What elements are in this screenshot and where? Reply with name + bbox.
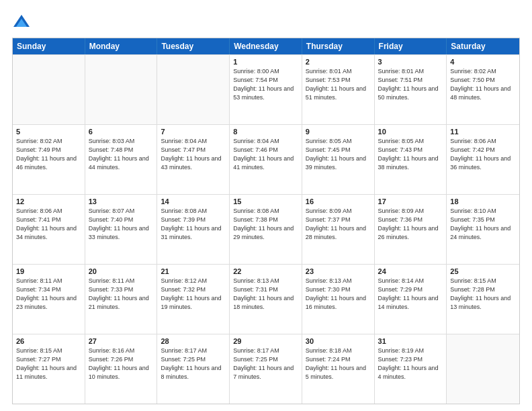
calendar-page: SundayMondayTuesdayWednesdayThursdayFrid… (0, 0, 532, 411)
calendar-day-4: 4Sunrise: 8:02 AM Sunset: 7:50 PM Daylig… (447, 55, 519, 124)
calendar-day-16: 16Sunrise: 8:09 AM Sunset: 7:37 PM Dayli… (302, 195, 375, 264)
day-info: Sunrise: 8:00 AM Sunset: 7:54 PM Dayligh… (233, 67, 298, 102)
date-number: 12 (16, 197, 81, 205)
date-number: 28 (161, 337, 226, 345)
day-info: Sunrise: 8:16 AM Sunset: 7:26 PM Dayligh… (89, 347, 154, 381)
calendar-day-7: 7Sunrise: 8:04 AM Sunset: 7:47 PM Daylig… (157, 125, 230, 194)
day-info: Sunrise: 8:10 AM Sunset: 7:35 PM Dayligh… (450, 207, 516, 242)
date-number: 7 (161, 128, 226, 136)
day-info: Sunrise: 8:01 AM Sunset: 7:53 PM Dayligh… (306, 67, 371, 102)
calendar-day-11: 11Sunrise: 8:06 AM Sunset: 7:42 PM Dayli… (447, 125, 519, 194)
calendar-day-29: 29Sunrise: 8:17 AM Sunset: 7:25 PM Dayli… (230, 334, 302, 404)
day-info: Sunrise: 8:11 AM Sunset: 7:33 PM Dayligh… (89, 277, 154, 312)
calendar-day-14: 14Sunrise: 8:08 AM Sunset: 7:39 PM Dayli… (157, 195, 230, 264)
day-info: Sunrise: 8:03 AM Sunset: 7:48 PM Dayligh… (89, 137, 154, 172)
weekday-header-sunday: Sunday (13, 38, 85, 54)
date-number: 26 (16, 337, 81, 345)
weekday-header-friday: Friday (375, 38, 447, 54)
calendar-day-3: 3Sunrise: 8:01 AM Sunset: 7:51 PM Daylig… (375, 55, 447, 124)
calendar-body: 1Sunrise: 8:00 AM Sunset: 7:54 PM Daylig… (13, 54, 519, 404)
calendar-day-13: 13Sunrise: 8:07 AM Sunset: 7:40 PM Dayli… (85, 195, 158, 264)
logo (12, 12, 34, 31)
day-info: Sunrise: 8:17 AM Sunset: 7:25 PM Dayligh… (161, 347, 226, 381)
calendar-day-9: 9Sunrise: 8:05 AM Sunset: 7:45 PM Daylig… (302, 125, 375, 194)
date-number: 5 (16, 128, 81, 136)
day-info: Sunrise: 8:06 AM Sunset: 7:41 PM Dayligh… (16, 207, 81, 242)
calendar-day-22: 22Sunrise: 8:13 AM Sunset: 7:31 PM Dayli… (230, 265, 302, 334)
date-number: 20 (89, 267, 154, 275)
calendar-day-empty (447, 334, 519, 404)
date-number: 6 (89, 128, 154, 136)
weekday-header-tuesday: Tuesday (157, 38, 230, 54)
calendar-day-8: 8Sunrise: 8:04 AM Sunset: 7:46 PM Daylig… (230, 125, 302, 194)
date-number: 16 (306, 197, 371, 205)
day-info: Sunrise: 8:12 AM Sunset: 7:32 PM Dayligh… (161, 277, 226, 312)
date-number: 31 (378, 337, 443, 345)
calendar-day-15: 15Sunrise: 8:08 AM Sunset: 7:38 PM Dayli… (230, 195, 302, 264)
day-info: Sunrise: 8:13 AM Sunset: 7:31 PM Dayligh… (233, 277, 298, 312)
date-number: 25 (450, 267, 516, 275)
day-info: Sunrise: 8:13 AM Sunset: 7:30 PM Dayligh… (306, 277, 371, 312)
calendar-day-10: 10Sunrise: 8:05 AM Sunset: 7:43 PM Dayli… (375, 125, 447, 194)
day-info: Sunrise: 8:02 AM Sunset: 7:50 PM Dayligh… (450, 67, 516, 102)
calendar-day-1: 1Sunrise: 8:00 AM Sunset: 7:54 PM Daylig… (230, 55, 302, 124)
date-number: 23 (306, 267, 371, 275)
calendar-day-empty (157, 55, 230, 124)
weekday-header-wednesday: Wednesday (230, 38, 302, 54)
day-info: Sunrise: 8:18 AM Sunset: 7:24 PM Dayligh… (306, 347, 371, 381)
calendar-day-26: 26Sunrise: 8:15 AM Sunset: 7:27 PM Dayli… (13, 334, 85, 404)
date-number: 8 (233, 128, 298, 136)
day-info: Sunrise: 8:19 AM Sunset: 7:23 PM Dayligh… (378, 347, 443, 381)
calendar-day-21: 21Sunrise: 8:12 AM Sunset: 7:32 PM Dayli… (157, 265, 230, 334)
date-number: 17 (378, 197, 443, 205)
calendar-day-17: 17Sunrise: 8:09 AM Sunset: 7:36 PM Dayli… (375, 195, 447, 264)
calendar-day-empty (13, 55, 85, 124)
day-info: Sunrise: 8:17 AM Sunset: 7:25 PM Dayligh… (233, 347, 298, 381)
calendar-week-2: 5Sunrise: 8:02 AM Sunset: 7:49 PM Daylig… (13, 124, 519, 194)
calendar-day-23: 23Sunrise: 8:13 AM Sunset: 7:30 PM Dayli… (302, 265, 375, 334)
calendar-day-6: 6Sunrise: 8:03 AM Sunset: 7:48 PM Daylig… (85, 125, 158, 194)
calendar-week-3: 12Sunrise: 8:06 AM Sunset: 7:41 PM Dayli… (13, 194, 519, 264)
date-number: 18 (450, 197, 516, 205)
date-number: 13 (89, 197, 154, 205)
calendar-day-empty (85, 55, 158, 124)
calendar: SundayMondayTuesdayWednesdayThursdayFrid… (12, 38, 520, 404)
date-number: 19 (16, 267, 81, 275)
logo-icon (12, 12, 31, 31)
calendar-week-4: 19Sunrise: 8:11 AM Sunset: 7:34 PM Dayli… (13, 264, 519, 334)
day-info: Sunrise: 8:01 AM Sunset: 7:51 PM Dayligh… (378, 67, 443, 102)
day-info: Sunrise: 8:06 AM Sunset: 7:42 PM Dayligh… (450, 137, 516, 172)
day-info: Sunrise: 8:08 AM Sunset: 7:39 PM Dayligh… (161, 207, 226, 242)
calendar-day-31: 31Sunrise: 8:19 AM Sunset: 7:23 PM Dayli… (375, 334, 447, 404)
calendar-day-12: 12Sunrise: 8:06 AM Sunset: 7:41 PM Dayli… (13, 195, 85, 264)
date-number: 29 (233, 337, 298, 345)
day-info: Sunrise: 8:11 AM Sunset: 7:34 PM Dayligh… (16, 277, 81, 312)
calendar-day-2: 2Sunrise: 8:01 AM Sunset: 7:53 PM Daylig… (302, 55, 375, 124)
day-info: Sunrise: 8:09 AM Sunset: 7:37 PM Dayligh… (306, 207, 371, 242)
day-info: Sunrise: 8:15 AM Sunset: 7:28 PM Dayligh… (450, 277, 516, 312)
calendar-day-18: 18Sunrise: 8:10 AM Sunset: 7:35 PM Dayli… (447, 195, 519, 264)
calendar-header: SundayMondayTuesdayWednesdayThursdayFrid… (13, 38, 519, 54)
calendar-day-19: 19Sunrise: 8:11 AM Sunset: 7:34 PM Dayli… (13, 265, 85, 334)
day-info: Sunrise: 8:04 AM Sunset: 7:46 PM Dayligh… (233, 137, 298, 172)
date-number: 30 (306, 337, 371, 345)
day-info: Sunrise: 8:08 AM Sunset: 7:38 PM Dayligh… (233, 207, 298, 242)
date-number: 4 (450, 58, 516, 66)
date-number: 24 (378, 267, 443, 275)
date-number: 21 (161, 267, 226, 275)
calendar-day-30: 30Sunrise: 8:18 AM Sunset: 7:24 PM Dayli… (302, 334, 375, 404)
day-info: Sunrise: 8:09 AM Sunset: 7:36 PM Dayligh… (378, 207, 443, 242)
date-number: 11 (450, 128, 516, 136)
date-number: 2 (306, 58, 371, 66)
date-number: 27 (89, 337, 154, 345)
weekday-header-monday: Monday (85, 38, 158, 54)
calendar-week-5: 26Sunrise: 8:15 AM Sunset: 7:27 PM Dayli… (13, 334, 519, 404)
calendar-week-1: 1Sunrise: 8:00 AM Sunset: 7:54 PM Daylig… (13, 54, 519, 124)
calendar-day-28: 28Sunrise: 8:17 AM Sunset: 7:25 PM Dayli… (157, 334, 230, 404)
date-number: 9 (306, 128, 371, 136)
calendar-day-24: 24Sunrise: 8:14 AM Sunset: 7:29 PM Dayli… (375, 265, 447, 334)
date-number: 14 (161, 197, 226, 205)
day-info: Sunrise: 8:05 AM Sunset: 7:43 PM Dayligh… (378, 137, 443, 172)
date-number: 10 (378, 128, 443, 136)
date-number: 3 (378, 58, 443, 66)
